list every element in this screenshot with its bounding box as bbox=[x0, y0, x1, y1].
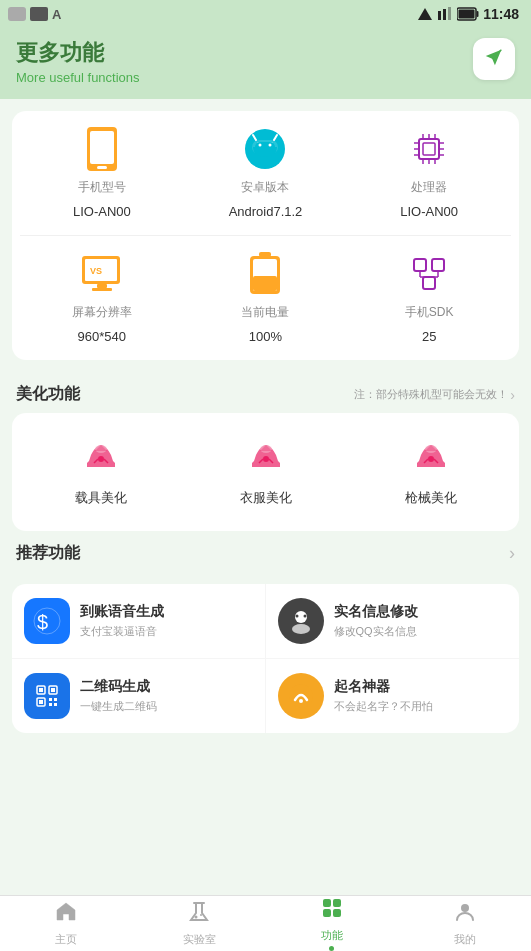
svg-rect-1 bbox=[438, 11, 441, 20]
send-button[interactable] bbox=[473, 38, 515, 80]
svg-rect-14 bbox=[255, 142, 275, 152]
lab-icon bbox=[187, 900, 211, 930]
info-item-sdk: 手机SDK 25 bbox=[347, 252, 511, 344]
beauty-chevron-icon: › bbox=[510, 387, 515, 403]
battery-value: 100% bbox=[249, 329, 282, 344]
page-title-cn: 更多功能 bbox=[16, 38, 140, 68]
nav-item-user[interactable]: 我的 bbox=[398, 894, 531, 951]
recommend-section-header: 推荐功能 › bbox=[0, 531, 531, 572]
recommend-grid: $ 到账语音生成 支付宝装逼语音 bbox=[12, 584, 519, 733]
svg-rect-76 bbox=[323, 909, 331, 917]
android-icon bbox=[243, 127, 287, 171]
svg-rect-67 bbox=[49, 703, 52, 706]
device-info-grid: 手机型号 LIO-AN00 bbox=[20, 127, 511, 344]
name-gen-icon bbox=[278, 673, 324, 719]
svg-point-73 bbox=[200, 914, 202, 916]
svg-rect-18 bbox=[423, 143, 435, 155]
nav-item-lab[interactable]: 实验室 bbox=[133, 894, 266, 951]
beauty-note: 注：部分特殊机型可能会无效！ › bbox=[354, 387, 515, 403]
svg-rect-42 bbox=[423, 277, 435, 289]
info-item-cpu: 处理器 LIO-AN00 bbox=[347, 127, 511, 219]
info-item-android: 安卓版本 Android7.1.2 bbox=[184, 127, 348, 219]
status-icon-image bbox=[8, 7, 26, 21]
name-gen-text: 起名神器 不会起名字？不用怕 bbox=[334, 678, 508, 714]
info-divider bbox=[20, 235, 511, 236]
svg-point-57 bbox=[295, 615, 298, 618]
svg-rect-60 bbox=[39, 688, 43, 692]
svg-point-72 bbox=[195, 916, 198, 919]
beauty-title: 美化功能 bbox=[16, 384, 80, 405]
gun-beauty-label: 枪械美化 bbox=[405, 489, 457, 507]
network-icon bbox=[437, 7, 453, 21]
svg-rect-65 bbox=[49, 698, 52, 701]
battery-status-icon bbox=[457, 7, 479, 21]
qrcode-icon bbox=[24, 673, 70, 719]
recommend-card: $ 到账语音生成 支付宝装逼语音 bbox=[12, 584, 519, 733]
cpu-label: 处理器 bbox=[411, 179, 447, 196]
recommend-chevron-icon: › bbox=[509, 543, 515, 564]
cpu-icon bbox=[407, 127, 451, 171]
svg-point-47 bbox=[95, 445, 107, 453]
svg-point-78 bbox=[461, 904, 469, 912]
beauty-grid: 载具美化 衣服美化 bbox=[20, 425, 511, 519]
svg-rect-75 bbox=[333, 899, 341, 907]
recommend-title: 推荐功能 bbox=[16, 543, 80, 564]
android-value: Android7.1.2 bbox=[229, 204, 303, 219]
svg-rect-77 bbox=[333, 909, 341, 917]
sdk-icon bbox=[407, 252, 451, 296]
status-icons-right: 11:48 bbox=[417, 6, 519, 22]
svg-rect-3 bbox=[448, 7, 451, 20]
cpu-value: LIO-AN00 bbox=[400, 204, 458, 219]
status-icons-left: A bbox=[8, 7, 70, 21]
recommend-item-alipay[interactable]: $ 到账语音生成 支付宝装逼语音 bbox=[12, 584, 266, 659]
beauty-item-clothes[interactable]: 衣服美化 bbox=[185, 425, 346, 519]
svg-point-16 bbox=[269, 144, 272, 147]
svg-rect-68 bbox=[54, 703, 57, 706]
svg-rect-74 bbox=[323, 899, 331, 907]
lab-nav-label: 实验室 bbox=[183, 932, 216, 947]
screen-icon: VS bbox=[80, 252, 124, 296]
device-info-card: 手机型号 LIO-AN00 bbox=[12, 111, 519, 360]
recommend-item-qrcode[interactable]: 二维码生成 一键生成二维码 bbox=[12, 659, 266, 733]
header-text: 更多功能 More useful functions bbox=[16, 38, 140, 85]
beauty-item-gun[interactable]: 枪械美化 bbox=[350, 425, 511, 519]
vehicle-beauty-icon bbox=[79, 437, 123, 481]
svg-rect-64 bbox=[39, 700, 43, 704]
phone-model-icon bbox=[80, 127, 124, 171]
info-item-battery: 当前电量 100% bbox=[184, 252, 348, 344]
android-label: 安卓版本 bbox=[241, 179, 289, 196]
send-icon bbox=[483, 46, 505, 73]
svg-point-70 bbox=[299, 699, 303, 703]
nav-item-func[interactable]: 功能 bbox=[266, 890, 399, 951]
main-content: 手机型号 LIO-AN00 bbox=[0, 99, 531, 902]
user-icon bbox=[453, 900, 477, 930]
svg-rect-40 bbox=[414, 259, 426, 271]
func-nav-dot bbox=[329, 946, 334, 951]
svg-text:$: $ bbox=[37, 611, 48, 633]
svg-rect-9 bbox=[97, 166, 107, 169]
gun-beauty-icon bbox=[409, 437, 453, 481]
svg-rect-33 bbox=[97, 284, 107, 288]
phone-model-value: LIO-AN00 bbox=[73, 204, 131, 219]
qq-icon bbox=[278, 598, 324, 644]
home-nav-label: 主页 bbox=[55, 932, 77, 947]
beauty-item-vehicle[interactable]: 载具美化 bbox=[20, 425, 181, 519]
signal-icon bbox=[417, 7, 433, 21]
svg-rect-34 bbox=[92, 288, 112, 291]
recommend-item-name[interactable]: 起名神器 不会起名字？不用怕 bbox=[266, 659, 520, 733]
screen-label: 屏幕分辨率 bbox=[72, 304, 132, 321]
svg-marker-0 bbox=[418, 8, 432, 20]
recommend-item-qq[interactable]: 实名信息修改 修改QQ实名信息 bbox=[266, 584, 520, 659]
svg-rect-41 bbox=[432, 259, 444, 271]
info-item-screen: VS 屏幕分辨率 960*540 bbox=[20, 252, 184, 344]
sdk-label: 手机SDK bbox=[405, 304, 454, 321]
status-icon-a: A bbox=[52, 7, 70, 21]
svg-rect-66 bbox=[54, 698, 57, 701]
svg-rect-62 bbox=[51, 688, 55, 692]
svg-point-49 bbox=[260, 445, 272, 453]
bottom-spacer bbox=[0, 733, 531, 753]
page-title-en: More useful functions bbox=[16, 70, 140, 85]
svg-point-56 bbox=[292, 624, 310, 634]
battery-label: 当前电量 bbox=[241, 304, 289, 321]
nav-item-home[interactable]: 主页 bbox=[0, 894, 133, 951]
